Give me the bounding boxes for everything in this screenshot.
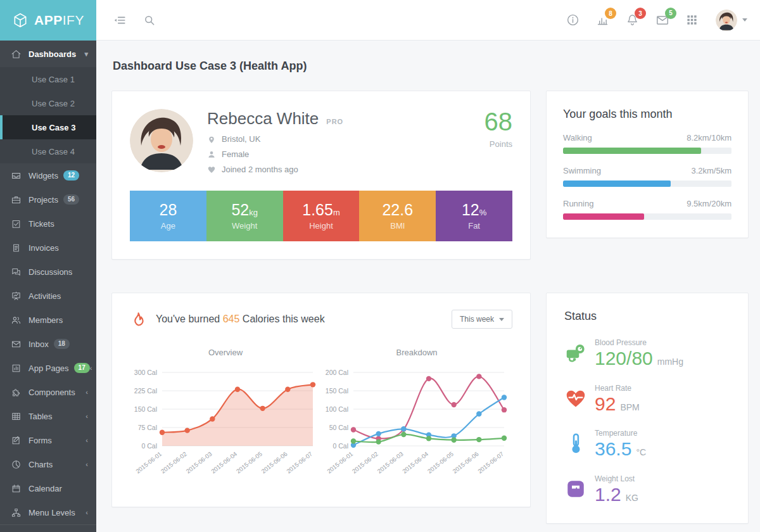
goals-card: Your goals this month Walking8.2km/10kmS… (546, 91, 749, 238)
svg-text:2015-06-07: 2015-06-07 (285, 450, 314, 475)
status-unit: KG (626, 493, 638, 503)
sidebar-item-dashboards[interactable]: Dashboards▾ (0, 41, 96, 67)
status-value: 36.5 (595, 439, 631, 459)
alerts-badge: 3 (635, 8, 646, 19)
messages-mail-icon[interactable]: 5 (656, 13, 669, 27)
sidebar-item-forms[interactable]: Forms‹ (0, 428, 96, 452)
app-logo[interactable]: APPIFY (0, 0, 96, 41)
inbox-icon (11, 339, 22, 350)
chevron-left-icon: ‹ (86, 437, 88, 444)
heart-rate-icon (564, 384, 595, 414)
chevron-down-icon: ▾ (84, 51, 88, 58)
charts-icon (11, 459, 22, 470)
sidebar-item-app-pages[interactable]: App Pages17‹ (0, 356, 96, 380)
home-icon (11, 49, 22, 60)
sidebar-badge: 12 (63, 170, 79, 180)
profile-name: Rebecca White (207, 109, 319, 129)
sidebar-item-members[interactable]: Members (0, 308, 96, 332)
sidebar-item-label: Tickets (28, 219, 54, 229)
svg-text:0 Cal: 0 Cal (332, 442, 348, 450)
stat-tile-age: 28Age (130, 191, 206, 241)
svg-text:2015-06-03: 2015-06-03 (376, 450, 404, 475)
user-avatar[interactable] (716, 10, 737, 31)
sidebar-item-tables[interactable]: Tables‹ (0, 404, 96, 428)
notifications-bell-icon[interactable]: 3 (626, 13, 639, 27)
status-value: 120/80 (595, 348, 653, 369)
search-icon[interactable] (143, 14, 156, 27)
discussions-icon (11, 267, 22, 277)
goal-label: Walking (563, 133, 592, 142)
sidebar-item-widgets[interactable]: Widgets12 (0, 163, 96, 187)
sidebar-item-components[interactable]: Components‹ (0, 380, 96, 404)
sidebar-item-use-case-3[interactable]: Use Case 3 (0, 115, 96, 139)
sidebar-item-inbox[interactable]: Inbox18 (0, 332, 96, 356)
stats-bar: 28Age52kgWeight1.65mHeight22.6BMI12%Fat (130, 191, 512, 241)
blood-pressure-icon (564, 338, 595, 369)
points-value: 68 (484, 109, 513, 134)
profile-detail-female: Female (207, 149, 484, 159)
svg-text:150 Cal: 150 Cal (326, 387, 348, 395)
sidebar-item-label: Components (28, 388, 75, 397)
goal-label: Running (563, 199, 593, 208)
statistics-icon[interactable]: 8 (596, 13, 609, 27)
sidebar-item-use-case-1[interactable]: Use Case 1 (0, 67, 96, 91)
calories-card: You've burned 645 Calories this week Thi… (111, 293, 531, 507)
calories-heading: You've burned 645 Calories this week (156, 314, 325, 325)
messages-badge: 5 (665, 8, 676, 19)
sidebar-item-use-case-4[interactable]: Use Case 4 (0, 139, 96, 163)
stat-tile-height: 1.65mHeight (283, 191, 360, 241)
sidebar-item-calendar[interactable]: Calendar (0, 476, 96, 500)
apps-grid-icon[interactable] (686, 14, 698, 26)
goal-progress-track (563, 213, 732, 220)
collapse-sidebar-icon[interactable] (113, 13, 127, 27)
sidebar-item-label: Menu Levels (28, 508, 75, 517)
sidebar-badge: 17 (74, 363, 90, 373)
overview-chart: Overview 0 Cal75 Cal150 Cal225 Cal300 Ca… (130, 348, 321, 491)
svg-text:150 Cal: 150 Cal (134, 405, 157, 413)
svg-text:100 Cal: 100 Cal (326, 405, 348, 413)
chevron-left-icon: ‹ (86, 461, 88, 468)
sidebar-item-help[interactable]: HelpNEW (0, 524, 96, 532)
briefcase-icon (11, 194, 22, 205)
menu-levels-icon (11, 507, 22, 518)
tables-icon (11, 411, 22, 422)
goal-progress-fill (563, 180, 671, 187)
sidebar-item-tickets[interactable]: Tickets (0, 212, 96, 236)
status-item-weight-lost: Weight Lost1.2KG (564, 474, 730, 505)
heart-icon (207, 165, 216, 174)
weight-icon (564, 474, 595, 505)
sidebar-item-activities[interactable]: Activities (0, 284, 96, 308)
sidebar-item-use-case-2[interactable]: Use Case 2 (0, 91, 96, 115)
sidebar-item-label: Discussions (28, 267, 72, 277)
sidebar-item-charts[interactable]: Charts‹ (0, 452, 96, 476)
period-dropdown[interactable]: This week (452, 310, 512, 329)
dropdown-caret-icon (499, 318, 504, 321)
sidebar-item-invoices[interactable]: Invoices (0, 236, 96, 260)
profile-card: Rebecca White PRO Bristol, UKFemaleJoine… (111, 91, 531, 260)
svg-text:2015-06-02: 2015-06-02 (160, 450, 188, 475)
breakdown-chart-title: Breakdown (321, 348, 512, 357)
goal-row-running: Running9.5km/20km (563, 199, 732, 220)
svg-text:225 Cal: 225 Cal (134, 387, 157, 395)
svg-text:2015-06-07: 2015-06-07 (476, 450, 505, 475)
members-icon (11, 315, 22, 326)
sidebar-item-label: Tables (28, 412, 53, 421)
activities-icon (11, 291, 22, 301)
stat-tile-weight: 52kgWeight (206, 191, 283, 241)
chevron-left-icon: ‹ (86, 413, 88, 420)
profile-menu-caret-icon[interactable] (742, 18, 747, 22)
goal-row-walking: Walking8.2km/10km (563, 133, 732, 154)
sidebar-item-discussions[interactable]: Discussions (0, 260, 96, 284)
cube-logo-icon (12, 12, 28, 28)
goal-progress-track (563, 148, 732, 154)
sidebar-item-label: Widgets (28, 171, 58, 180)
sidebar-item-projects[interactable]: Projects56 (0, 187, 96, 212)
info-icon[interactable] (566, 13, 580, 27)
points-label: Points (484, 139, 513, 149)
profile-avatar (130, 109, 193, 172)
sidebar-item-label: Invoices (28, 243, 59, 253)
svg-text:300 Cal: 300 Cal (134, 369, 157, 376)
page-title: Dashboard Use Case 3 (Health App) (113, 60, 749, 73)
sidebar-item-menu-levels[interactable]: Menu Levels‹ (0, 500, 96, 524)
calendar-icon (11, 483, 22, 494)
